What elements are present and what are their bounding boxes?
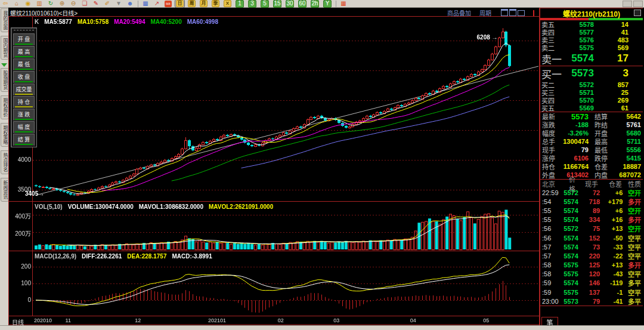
axis-label: 400万 xyxy=(11,211,31,220)
time-axis-label: 202101 xyxy=(208,317,226,323)
quote-summary-grid: 最新5573结算5642涨跌-188昨结5761幅度-3.26%开盘5680总手… xyxy=(540,112,643,179)
field-button-panel: 开 盘最 高最 低收 盘成交量持 仓涨 跌幅 度结 算 xyxy=(11,27,37,147)
coins-icon[interactable]: ◉ xyxy=(24,1,32,7)
sidebar-tab-4[interactable]: 期权报价 xyxy=(1,95,9,119)
period-2h-button[interactable]: 2h xyxy=(311,0,319,8)
chart-region: KMA5:5877MA10:5758MA20:5494MA40:5200MA60… xyxy=(8,16,539,325)
quote-field-row: 涨跌-188昨结5761 xyxy=(540,121,643,129)
ask-row-2[interactable]: 卖二5575569 xyxy=(540,44,643,51)
tick-chart-button[interactable]: tick xyxy=(165,1,172,7)
tick-row: 22:59557272+6空开 xyxy=(540,188,643,197)
quote-field-row: 持仓1166764仓差18887 xyxy=(540,162,643,171)
zoom-out-icon[interactable]: ⊖ xyxy=(70,1,77,7)
sidebar-tab-6[interactable]: 热点排名 xyxy=(1,150,9,174)
field-button-8[interactable]: 幅 度 xyxy=(13,121,35,133)
quote-panel: 螺纹2110(rb2110) 卖五557814卖四557741卖三5576483… xyxy=(539,8,643,325)
time-axis-label: 04 xyxy=(410,317,416,323)
panel-handle[interactable] xyxy=(14,30,34,32)
high-annotation: 6208 → xyxy=(477,34,498,41)
quote-field-row: 幅度-3.26%开盘5680 xyxy=(540,129,643,137)
field-button-4[interactable]: 收 盘 xyxy=(13,71,35,83)
tick-row: :585575125+13多开 xyxy=(540,261,643,270)
time-axis-label: 11 xyxy=(66,317,71,323)
period-3min-button[interactable]: 3 xyxy=(248,0,256,8)
active-tab-marker xyxy=(1,63,7,67)
tick-row: :575574220-22空平 xyxy=(540,251,643,260)
toolbar-separator xyxy=(336,1,336,7)
tick-table: 22:59557272+6空开:545574718+179多开:55557489… xyxy=(540,188,643,306)
board-icon[interactable]: ▥ xyxy=(36,1,43,7)
bid-row-1[interactable]: 买一55733 xyxy=(540,66,643,81)
period-15min-button[interactable]: 15 xyxy=(273,0,281,8)
quote-field-row: 最新5573结算5642 xyxy=(540,112,643,121)
paint-icon[interactable]: ✐ xyxy=(104,1,111,7)
field-button-9[interactable]: 结 算 xyxy=(13,134,35,146)
sidebar-tab-3[interactable]: 股指期货 xyxy=(1,68,9,92)
field-button-1[interactable]: 开 盘 xyxy=(13,33,35,45)
window-controls xyxy=(623,1,643,7)
window-minimize-button[interactable] xyxy=(623,1,632,7)
field-button-3[interactable]: 最 低 xyxy=(13,58,35,70)
axis-label: 200 xyxy=(11,263,31,270)
period-month-button[interactable]: 月 xyxy=(200,0,208,7)
window-bottom-edge xyxy=(0,325,644,330)
time-axis-label: 03 xyxy=(333,317,339,323)
sidebar-tab-5[interactable]: 期权策略 xyxy=(1,123,9,147)
ask-row-1[interactable]: 卖一557417 xyxy=(540,51,643,66)
period-quarter-button[interactable]: 季 xyxy=(212,0,219,7)
overlay-icon[interactable]: ❏ xyxy=(81,1,88,7)
field-button-6[interactable]: 持 仓 xyxy=(13,96,35,108)
panel-window-icon[interactable] xyxy=(634,10,641,16)
period-day-button[interactable]: 日 xyxy=(176,0,184,7)
line-chart-icon[interactable]: ↗ xyxy=(153,1,160,7)
time-axis-label: 12 xyxy=(135,317,141,323)
chart-title-strip: 螺纹2110(010610)<日线> 商品叠加 周期 xyxy=(8,8,539,16)
divider xyxy=(533,10,534,16)
time-axis-label: 02 xyxy=(278,317,284,323)
filter-icon[interactable]: ▼ xyxy=(115,1,122,7)
sidebar-tab-2[interactable]: 国内期货 xyxy=(1,36,9,60)
tick-row: :545574718+179多开 xyxy=(540,197,643,206)
quote-field-row: 外盘613402内盘687072 xyxy=(540,171,643,179)
tick-header-cell: 现手 xyxy=(575,179,598,189)
layout-icon[interactable]: ▦ xyxy=(340,1,347,7)
window-close-button[interactable] xyxy=(633,1,643,7)
tick-row: :56557275+13空开 xyxy=(540,224,643,233)
tick-row: :585575120-43空平 xyxy=(540,270,643,279)
period-30min-button[interactable]: 30 xyxy=(286,0,294,8)
field-button-7[interactable]: 涨 跌 xyxy=(13,109,35,121)
order-book-ladder: 卖五557814卖四557741卖三5576483卖二5575569卖一5574… xyxy=(540,20,643,112)
tick-table-header: 北京价格现手仓差性质 xyxy=(540,180,643,188)
period-custom-button[interactable]: X xyxy=(224,0,231,7)
trading-app-window: ⇦⌂◉▥↻⊕⊖❏✎✐▼☻▦↗tick日周月季X1351530602hY▦ 我的页… xyxy=(0,0,644,330)
refresh-icon[interactable]: ↻ xyxy=(47,1,54,7)
table-icon[interactable]: ▦ xyxy=(142,1,149,7)
draw-icon[interactable]: ✎ xyxy=(92,1,100,7)
axis-label: 100 xyxy=(11,280,31,286)
sidebar-tab-7[interactable]: 新闻资讯 xyxy=(1,178,9,202)
tick-row: :555574334+16多开 xyxy=(540,215,643,224)
alert-icon[interactable]: ☻ xyxy=(126,1,134,7)
tick-header-cell: 北京 xyxy=(542,179,565,189)
tick-row: :57557473-33空平 xyxy=(540,242,643,251)
field-button-5[interactable]: 成交量 xyxy=(13,84,35,95)
period-week-button[interactable]: 周 xyxy=(188,0,196,7)
home-icon[interactable]: ⌂ xyxy=(13,1,20,7)
period-year-button[interactable]: Y xyxy=(323,0,332,8)
period-5min-button[interactable]: 5 xyxy=(261,0,269,8)
zoom-in-icon[interactable]: ⊕ xyxy=(58,1,66,7)
axis-label: 0 xyxy=(11,297,31,303)
period-1min-button[interactable]: 1 xyxy=(236,0,244,8)
chart-canvas[interactable] xyxy=(8,16,539,325)
tick-row: :595575137-1空平 xyxy=(540,288,643,297)
period-60min-button[interactable]: 60 xyxy=(298,0,306,8)
axis-label: 4000 xyxy=(11,156,31,163)
main-toolbar: ⇦⌂◉▥↻⊕⊖❏✎✐▼☻▦↗tick日周月季X1351530602hY▦ xyxy=(0,0,644,8)
bid-row-5[interactable]: 买五556961 xyxy=(540,104,643,112)
sidebar-tab-1[interactable]: 我的页面 xyxy=(1,8,9,32)
tick-header-cell: 性质 xyxy=(622,179,641,189)
field-button-2[interactable]: 最 高 xyxy=(13,46,35,58)
back-icon[interactable]: ⇦ xyxy=(2,1,9,7)
tick-header-cell: 仓差 xyxy=(598,179,622,189)
quote-field-row: 涨停6106跌停5415 xyxy=(540,154,643,162)
